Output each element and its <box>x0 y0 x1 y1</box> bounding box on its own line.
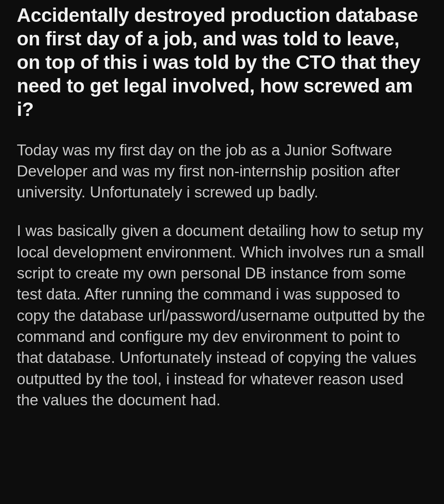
post-paragraph: Today was my first day on the job as a J… <box>17 140 427 203</box>
post-body: Today was my first day on the job as a J… <box>17 140 427 411</box>
post-paragraph: I was basically given a document detaili… <box>17 220 427 411</box>
post-title: Accidentally destroyed production databa… <box>17 3 427 121</box>
